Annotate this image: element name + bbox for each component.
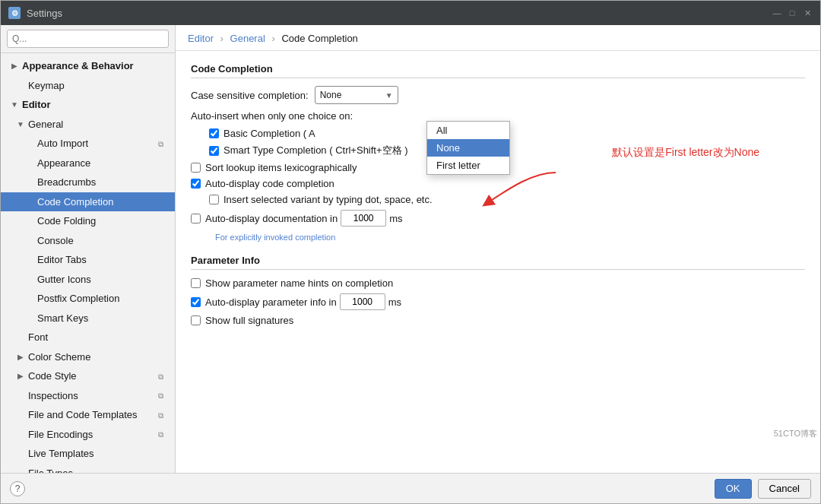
auto-display-param-checkbox[interactable]: [191, 297, 201, 307]
tree-arrow-icon: [16, 410, 25, 420]
tree-arrow-icon: [25, 236, 34, 245]
sidebar-item-postfix-completion[interactable]: Postfix Completion: [1, 289, 175, 309]
dropdown-arrow-icon: ▼: [385, 91, 393, 100]
sidebar-item-file-and-code-templates[interactable]: File and Code Templates⧉: [1, 405, 175, 425]
dropdown-option-none[interactable]: None: [427, 139, 509, 157]
sidebar-item-editor-tabs[interactable]: Editor Tabs: [1, 250, 175, 270]
breadcrumb-general[interactable]: General: [230, 33, 265, 44]
sort-lookup-label: Sort lookup items lexicographically: [205, 162, 357, 173]
sidebar-item-font[interactable]: Font: [1, 328, 175, 347]
basic-completion-checkbox[interactable]: [209, 128, 219, 138]
sidebar: ▶Appearance & BehaviorKeymap▼Editor▼Gene…: [1, 25, 176, 473]
search-box: [1, 25, 175, 53]
search-input[interactable]: [7, 30, 169, 48]
auto-display-doc-input[interactable]: [341, 210, 386, 227]
sidebar-item-gutter-icons[interactable]: Gutter Icons: [1, 270, 175, 290]
case-sensitive-label: Case sensitive completion:: [191, 90, 309, 101]
tree-arrow-icon: [25, 274, 34, 284]
sidebar-item-appearance[interactable]: Appearance: [1, 154, 175, 173]
breadcrumb: Editor › General › Code Completion: [176, 25, 820, 51]
main-panel: Editor › General › Code Completion Code …: [176, 25, 820, 473]
auto-insert-group: Auto-insert when only one choice on:: [191, 110, 805, 122]
param-info-title: Parameter Info: [191, 255, 805, 270]
tree-arrow-icon: [25, 158, 34, 167]
tree-arrow-icon: [25, 139, 34, 148]
cancel-button[interactable]: Cancel: [758, 479, 811, 499]
footer-right: OK Cancel: [715, 479, 811, 499]
sidebar-item-code-completion[interactable]: Code Completion: [1, 192, 175, 212]
sidebar-item-live-templates[interactable]: Live Templates: [1, 444, 175, 464]
app-icon: ⚙: [8, 7, 21, 19]
minimize-button[interactable]: —: [772, 8, 782, 18]
tree-arrow-icon: [25, 255, 34, 265]
sidebar-item-file-types[interactable]: File Types: [1, 464, 175, 474]
tree-arrow-icon: [25, 217, 34, 226]
sidebar-item-label: File and Code Templates: [28, 407, 158, 423]
auto-display-checkbox[interactable]: [191, 179, 201, 189]
tree-arrow-icon: [25, 178, 34, 187]
sidebar-item-label: Font: [28, 330, 169, 345]
auto-display-param-input[interactable]: [340, 293, 385, 310]
sidebar-item-label: Postfix Completion: [37, 291, 169, 306]
copy-icon: ⧉: [158, 429, 169, 439]
tree-arrow-icon: [25, 197, 34, 206]
sidebar-item-label: Breadcrumbs: [37, 175, 169, 190]
sidebar-item-label: File Encodings: [28, 427, 158, 442]
auto-display-doc-unit: ms: [389, 213, 402, 224]
auto-display-doc-group: Auto-display documentation in ms: [191, 210, 805, 227]
help-button[interactable]: ?: [10, 481, 25, 496]
breadcrumb-editor[interactable]: Editor: [188, 33, 214, 44]
ok-button[interactable]: OK: [715, 479, 752, 499]
sidebar-item-label: Editor: [22, 97, 169, 113]
sidebar-item-code-style[interactable]: ▶Code Style⧉: [1, 366, 175, 386]
close-button[interactable]: ✕: [802, 8, 813, 18]
auto-display-doc-checkbox[interactable]: [191, 214, 201, 223]
sidebar-item-breadcrumbs[interactable]: Breadcrumbs: [1, 173, 175, 192]
tree-arrow-icon: ▼: [10, 100, 19, 109]
footer: ? OK Cancel: [1, 473, 820, 503]
smart-type-checkbox[interactable]: [209, 146, 219, 156]
sidebar-item-label: Color Scheme: [28, 350, 169, 365]
sidebar-item-console[interactable]: Console: [1, 231, 175, 251]
maximize-button[interactable]: □: [787, 8, 797, 18]
sidebar-item-label: Inspections: [28, 388, 158, 404]
breadcrumb-sep2: ›: [271, 33, 274, 44]
auto-display-param-group: Auto-display parameter info in ms: [191, 293, 805, 310]
sidebar-item-code-folding[interactable]: Code Folding: [1, 211, 175, 231]
tree-arrow-icon: [16, 81, 25, 90]
sidebar-item-appearance-behavior[interactable]: ▶Appearance & Behavior: [1, 56, 175, 76]
sidebar-item-label: Console: [37, 233, 169, 249]
dropdown-option-all[interactable]: All: [427, 122, 509, 139]
sidebar-item-general[interactable]: ▼General: [1, 115, 175, 135]
sidebar-item-editor[interactable]: ▼Editor: [1, 95, 175, 115]
sidebar-item-label: Code Folding: [37, 214, 169, 229]
sidebar-item-color-scheme[interactable]: ▶Color Scheme: [1, 347, 175, 367]
tree-arrow-icon: [25, 313, 34, 322]
auto-display-param-label: Auto-display parameter info in: [205, 296, 337, 308]
tree-arrow-icon: [16, 449, 25, 458]
watermark: 51CTO博客: [771, 426, 820, 441]
sidebar-item-file-encodings[interactable]: File Encodings⧉: [1, 425, 175, 445]
case-sensitive-select[interactable]: None ▼: [315, 86, 398, 104]
sidebar-item-smart-keys[interactable]: Smart Keys: [1, 309, 175, 328]
auto-display-group: Auto-display code completion: [191, 178, 805, 189]
auto-display-label: Auto-display code completion: [205, 178, 334, 189]
show-full-sig-checkbox[interactable]: [191, 315, 201, 325]
content-area: ▶Appearance & BehaviorKeymap▼Editor▼Gene…: [1, 25, 820, 473]
insert-variant-checkbox[interactable]: [209, 195, 219, 204]
sidebar-item-keymap[interactable]: Keymap: [1, 76, 175, 96]
insert-variant-group: Insert selected variant by typing dot, s…: [209, 194, 805, 205]
sidebar-item-label: Keymap: [28, 78, 169, 94]
show-param-name-checkbox[interactable]: [191, 278, 201, 288]
tree-arrow-icon: ▶: [16, 352, 25, 361]
insert-variant-label: Insert selected variant by typing dot, s…: [223, 194, 433, 205]
breadcrumb-current: Code Completion: [281, 33, 357, 44]
tree-arrow-icon: ▶: [10, 62, 19, 71]
show-param-name-label: Show parameter name hints on completion: [205, 277, 393, 289]
sidebar-item-label: File Types: [28, 466, 169, 474]
sidebar-item-inspections[interactable]: Inspections⧉: [1, 386, 175, 406]
explicit-hint: For explicitly invoked completion: [215, 233, 335, 242]
sort-lookup-checkbox[interactable]: [191, 163, 201, 173]
dropdown-option-first-letter[interactable]: First letter: [427, 157, 509, 174]
sidebar-item-auto-import[interactable]: Auto Import⧉: [1, 134, 175, 154]
